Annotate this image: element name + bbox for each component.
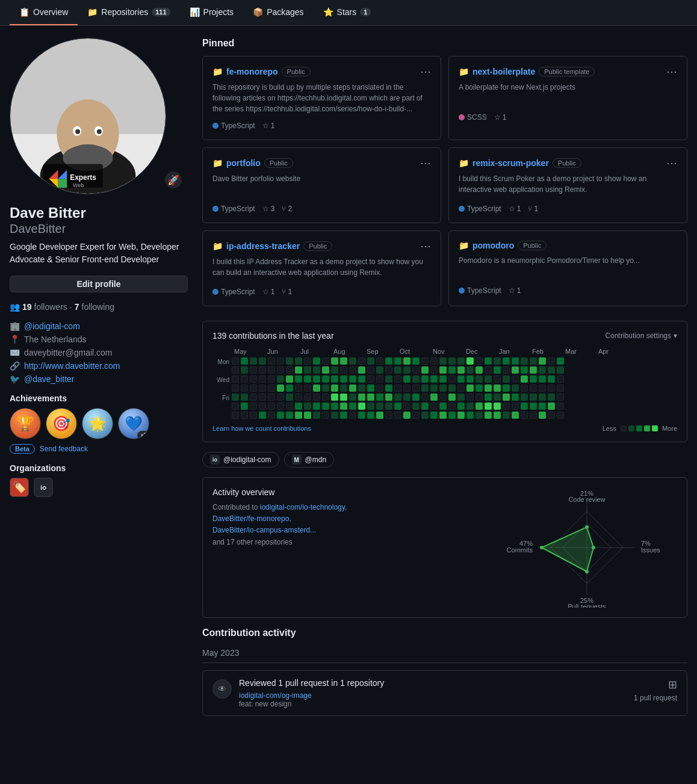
graph-cell[interactable] xyxy=(304,366,311,374)
graph-cell[interactable] xyxy=(412,403,420,410)
graph-cell[interactable] xyxy=(421,412,429,419)
activity-link-2[interactable]: DaveBitter/fe-monorepo xyxy=(212,514,289,523)
activity-link-3[interactable]: DaveBitter/io-campus-amsterd... xyxy=(212,526,316,534)
graph-cell[interactable] xyxy=(430,403,438,410)
graph-cell[interactable] xyxy=(358,403,365,410)
graph-cell[interactable] xyxy=(340,394,347,401)
graph-cell[interactable] xyxy=(385,412,392,419)
graph-cell[interactable] xyxy=(521,394,528,401)
graph-cell[interactable] xyxy=(385,375,392,383)
graph-cell[interactable] xyxy=(430,375,438,383)
graph-cell[interactable] xyxy=(376,384,383,392)
graph-cell[interactable] xyxy=(331,403,338,410)
graph-cell[interactable] xyxy=(439,375,447,383)
graph-cell[interactable] xyxy=(376,394,383,401)
graph-cell[interactable] xyxy=(295,375,302,383)
graph-cell[interactable] xyxy=(304,403,311,410)
graph-cell[interactable] xyxy=(232,412,239,419)
graph-cell[interactable] xyxy=(476,412,483,419)
graph-cell[interactable] xyxy=(268,403,275,410)
graph-cell[interactable] xyxy=(548,357,555,365)
graph-cell[interactable] xyxy=(268,366,275,374)
graph-cell[interactable] xyxy=(367,384,374,392)
graph-cell[interactable] xyxy=(448,357,456,365)
graph-cell[interactable] xyxy=(448,384,456,392)
graph-cell[interactable] xyxy=(376,412,383,419)
graph-cell[interactable] xyxy=(232,394,239,401)
graph-cell[interactable] xyxy=(457,375,465,383)
graph-cell[interactable] xyxy=(530,394,537,401)
graph-cell[interactable] xyxy=(530,366,537,374)
graph-cell[interactable] xyxy=(295,412,302,419)
graph-cell[interactable] xyxy=(259,403,266,410)
graph-cell[interactable] xyxy=(539,394,546,401)
graph-cell[interactable] xyxy=(503,394,510,401)
graph-cell[interactable] xyxy=(439,394,447,401)
graph-cell[interactable] xyxy=(385,384,392,392)
graph-cell[interactable] xyxy=(376,357,383,365)
graph-cell[interactable] xyxy=(494,412,501,419)
star-count-4[interactable]: ☆ 1 xyxy=(509,205,521,213)
graph-cell[interactable] xyxy=(268,412,275,419)
graph-cell[interactable] xyxy=(430,366,438,374)
graph-cell[interactable] xyxy=(521,366,528,374)
graph-cell[interactable] xyxy=(349,403,356,410)
graph-cell[interactable] xyxy=(403,403,410,410)
graph-cell[interactable] xyxy=(268,394,275,401)
graph-cell[interactable] xyxy=(494,375,501,383)
graph-cell[interactable] xyxy=(340,412,347,419)
graph-cell[interactable] xyxy=(259,384,266,392)
graph-cell[interactable] xyxy=(277,403,284,410)
graph-cell[interactable] xyxy=(485,384,492,392)
graph-cell[interactable] xyxy=(268,384,275,392)
graph-cell[interactable] xyxy=(322,384,329,392)
graph-cell[interactable] xyxy=(503,412,510,419)
graph-cell[interactable] xyxy=(530,403,537,410)
graph-cell[interactable] xyxy=(349,394,356,401)
graph-cell[interactable] xyxy=(539,357,546,365)
graph-cell[interactable] xyxy=(295,357,302,365)
graph-cell[interactable] xyxy=(250,412,257,419)
graph-cell[interactable] xyxy=(466,375,474,383)
graph-cell[interactable] xyxy=(259,412,266,419)
graph-cell[interactable] xyxy=(259,394,266,401)
graph-cell[interactable] xyxy=(557,394,564,401)
graph-cell[interactable] xyxy=(421,375,429,383)
graph-cell[interactable] xyxy=(448,366,456,374)
graph-cell[interactable] xyxy=(457,357,465,365)
graph-cell[interactable] xyxy=(548,384,555,392)
graph-cell[interactable] xyxy=(476,403,483,410)
graph-cell[interactable] xyxy=(439,366,447,374)
graph-cell[interactable] xyxy=(349,357,356,365)
graph-cell[interactable] xyxy=(448,403,456,410)
graph-cell[interactable] xyxy=(340,375,347,383)
star-count-2[interactable]: ☆ 1 xyxy=(494,113,507,122)
achievement-badge-2[interactable]: 🎯 xyxy=(46,408,77,439)
graph-cell[interactable] xyxy=(457,384,465,392)
graph-cell[interactable] xyxy=(358,384,365,392)
graph-cell[interactable] xyxy=(385,357,392,365)
graph-cell[interactable] xyxy=(557,357,564,365)
org-avatar-1[interactable]: 🏷️ xyxy=(10,478,29,497)
graph-cell[interactable] xyxy=(448,394,456,401)
graph-cell[interactable] xyxy=(277,384,284,392)
graph-cell[interactable] xyxy=(385,394,392,401)
graph-cell[interactable] xyxy=(466,357,474,365)
graph-cell[interactable] xyxy=(412,394,420,401)
graph-cell[interactable] xyxy=(322,357,329,365)
graph-cell[interactable] xyxy=(403,366,410,374)
achievement-badge-4[interactable]: 💙 x3 xyxy=(118,408,149,439)
graph-cell[interactable] xyxy=(367,366,374,374)
graph-cell[interactable] xyxy=(412,375,420,383)
graph-cell[interactable] xyxy=(313,403,320,410)
nav-item-repositories[interactable]: 📁 Repositories 111 xyxy=(78,0,179,25)
graph-cell[interactable] xyxy=(340,357,347,365)
nav-item-projects[interactable]: 📊 Projects xyxy=(180,0,244,25)
graph-cell[interactable] xyxy=(250,357,257,365)
graph-cell[interactable] xyxy=(457,366,465,374)
graph-cell[interactable] xyxy=(286,375,293,383)
graph-cell[interactable] xyxy=(503,375,510,383)
graph-cell[interactable] xyxy=(358,412,365,419)
graph-cell[interactable] xyxy=(466,403,474,410)
graph-cell[interactable] xyxy=(539,375,546,383)
